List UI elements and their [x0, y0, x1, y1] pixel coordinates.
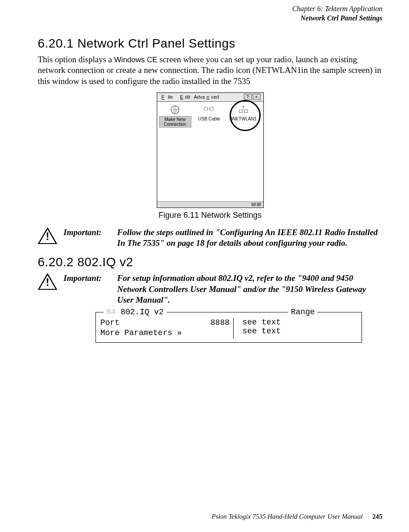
param-row: Port 8888	[100, 318, 230, 328]
param-label: More Parameters »	[100, 328, 182, 338]
menubar-right: ? ×	[242, 94, 262, 100]
close-button[interactable]: ×	[253, 94, 261, 100]
screenshot-icons-row: Make New Connection USB Cable $NETWLAN1	[157, 102, 263, 129]
footer-text: Psion Teklogix 7535 Hand-Held Computer U…	[211, 513, 362, 520]
warning-icon: !	[38, 227, 57, 245]
icon-netwlan1[interactable]: $NETWLAN1	[227, 104, 260, 128]
screenshot-menubar: File Edit Advanced ? ×	[157, 93, 263, 102]
section-heading-2: 6.20.2 802.IQ v2	[38, 255, 382, 269]
radio-antenna-icon	[227, 104, 260, 116]
svg-rect-3	[239, 110, 242, 113]
page-header: Chapter 6: Tekterm Application Network C…	[38, 4, 382, 23]
windows-ce-text: Windows CE	[114, 56, 157, 64]
important-body: For setup information about 802.IQ v2, r…	[117, 273, 381, 306]
help-button[interactable]: ?	[244, 94, 252, 100]
section-heading-1: 6.20.1 Network Ctrl Panel Settings	[38, 36, 382, 51]
important-1-text: Important: Follow the steps outlined in …	[64, 227, 382, 249]
param-row: More Parameters »	[100, 328, 230, 338]
params-frame: Port 8888 More Parameters » see text see…	[95, 312, 362, 343]
param-value: 8888	[210, 318, 230, 328]
network-settings-screenshot: File Edit Advanced ? × Make New Connecti…	[157, 92, 264, 208]
computers-icon	[193, 104, 226, 116]
param-range: see text	[242, 318, 281, 327]
page-number: 245	[373, 513, 383, 520]
important-2-text: Important: For setup information about 8…	[64, 273, 382, 306]
params-col-right: see text see text	[234, 318, 281, 339]
icon-usb-cable[interactable]: USB Cable	[193, 104, 226, 128]
page-footer: Psion Teklogix 7535 Hand-Held Computer U…	[211, 513, 382, 520]
svg-rect-1	[204, 107, 207, 110]
important-block-1: ! Important: Follow the steps outlined i…	[38, 227, 382, 249]
make-new-label: Make New Connection	[159, 116, 191, 128]
globe-icon	[159, 104, 191, 116]
usb-label: USB Cable	[193, 116, 226, 122]
tray-icon	[257, 203, 261, 206]
screenshot-wrap: File Edit Advanced ? × Make New Connecti…	[38, 92, 382, 208]
chapter-line: Chapter 6: Tekterm Application	[38, 4, 382, 14]
params-legend-range: Range	[288, 308, 318, 316]
tray-icon	[251, 203, 256, 206]
netwlan-label: $NETWLAN1	[227, 116, 260, 122]
screenshot-statusbar	[157, 201, 263, 208]
menu-file[interactable]: File	[158, 94, 177, 100]
menu-advanced[interactable]: Advanced	[192, 94, 221, 100]
important-body: Follow the steps outlined in "Configurin…	[117, 227, 381, 249]
warning-icon: !	[38, 273, 57, 291]
important-label: Important:	[64, 227, 115, 238]
svg-rect-4	[244, 110, 247, 113]
params-box: 04 802.IQ v2 Range Port 8888 More Parame…	[95, 312, 362, 343]
svg-rect-2	[210, 107, 213, 110]
section-1-body: This option displays a Windows CE screen…	[38, 54, 382, 87]
params-col-left: Port 8888 More Parameters »	[100, 318, 234, 339]
important-label: Important:	[64, 273, 115, 284]
params-legend-left: 04 802.IQ v2	[103, 308, 167, 316]
param-label: Port	[100, 318, 119, 328]
menu-edit[interactable]: Edit	[176, 94, 192, 100]
params-legend-title: 802.IQ v2	[120, 308, 163, 316]
figure-caption: Figure 6.11 Network Settings	[38, 211, 382, 220]
params-legend-num: 04	[106, 308, 116, 316]
icon-make-new-connection[interactable]: Make New Connection	[159, 104, 191, 128]
section-line: Network Ctrl Panel Settings	[38, 14, 382, 23]
important-block-2: ! Important: For setup information about…	[38, 273, 382, 306]
param-range: see text	[242, 327, 281, 336]
body-pre: This option displays a	[38, 55, 114, 64]
